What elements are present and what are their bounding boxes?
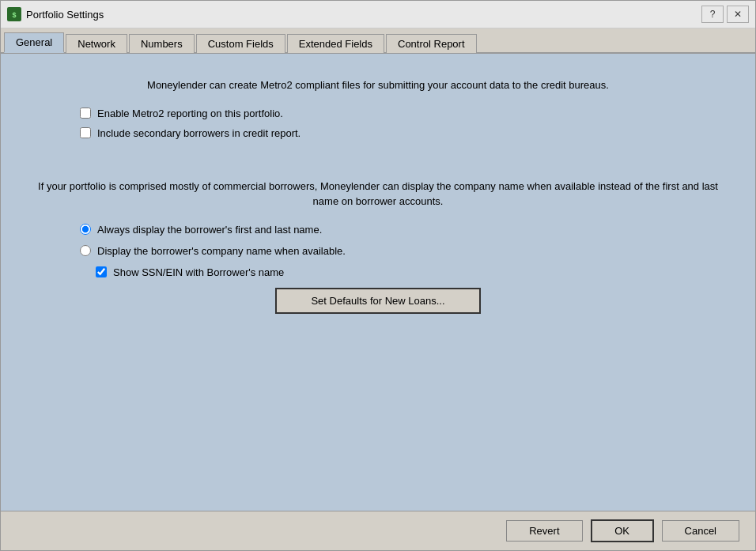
metro2-description: Moneylender can create Metro2 compliant … — [32, 77, 724, 93]
divider — [32, 163, 724, 179]
radio-first-last[interactable] — [80, 224, 91, 235]
footer-bar: Revert OK Cancel — [1, 511, 755, 550]
content-area: Moneylender can create Metro2 compliant … — [1, 54, 755, 511]
help-button[interactable]: ? — [701, 6, 724, 23]
close-button[interactable]: ✕ — [727, 6, 749, 23]
ok-button[interactable]: OK — [591, 519, 654, 542]
enable-metro2-row: Enable Metro2 reporting on this portfoli… — [80, 108, 724, 119]
tab-network[interactable]: Network — [66, 34, 127, 53]
show-ssn-row: Show SSN/EIN with Borrower's name — [96, 266, 724, 278]
revert-button[interactable]: Revert — [506, 520, 582, 542]
radio-first-last-row: Always display the borrower's first and … — [80, 224, 724, 236]
tab-extended-fields[interactable]: Extended Fields — [287, 34, 384, 53]
cancel-button[interactable]: Cancel — [662, 520, 739, 542]
include-secondary-checkbox[interactable] — [80, 127, 91, 138]
tab-custom-fields[interactable]: Custom Fields — [196, 34, 285, 53]
metro2-section: Moneylender can create Metro2 compliant … — [32, 77, 724, 147]
defaults-button-row: Set Defaults for New Loans... — [32, 288, 724, 314]
title-bar: $ Portfolio Settings ? ✕ — [1, 1, 755, 28]
svg-text:$: $ — [12, 11, 16, 19]
enable-metro2-checkbox[interactable] — [80, 108, 91, 119]
show-ssn-label[interactable]: Show SSN/EIN with Borrower's name — [113, 266, 284, 278]
window-title: Portfolio Settings — [26, 9, 701, 21]
set-defaults-button[interactable]: Set Defaults for New Loans... — [275, 288, 481, 314]
include-secondary-label[interactable]: Include secondary borrowers in credit re… — [97, 127, 301, 139]
tab-general[interactable]: General — [4, 32, 64, 53]
include-secondary-row: Include secondary borrowers in credit re… — [80, 127, 724, 139]
portfolio-settings-window: $ Portfolio Settings ? ✕ General Network… — [0, 0, 756, 551]
show-ssn-checkbox[interactable] — [96, 266, 107, 277]
radio-first-last-label[interactable]: Always display the borrower's first and … — [97, 224, 322, 236]
title-bar-controls: ? ✕ — [701, 6, 749, 23]
app-icon: $ — [7, 7, 21, 21]
tab-control-report[interactable]: Control Report — [386, 34, 477, 53]
commercial-section: If your portfolio is comprised mostly of… — [32, 179, 724, 314]
radio-company-label[interactable]: Display the borrower's company name when… — [97, 245, 346, 257]
enable-metro2-label[interactable]: Enable Metro2 reporting on this portfoli… — [97, 108, 283, 119]
radio-company[interactable] — [80, 245, 91, 256]
commercial-description: If your portfolio is comprised mostly of… — [32, 179, 724, 209]
tab-bar: General Network Numbers Custom Fields Ex… — [1, 28, 755, 54]
radio-company-row: Display the borrower's company name when… — [80, 245, 724, 257]
tab-numbers[interactable]: Numbers — [129, 34, 195, 53]
